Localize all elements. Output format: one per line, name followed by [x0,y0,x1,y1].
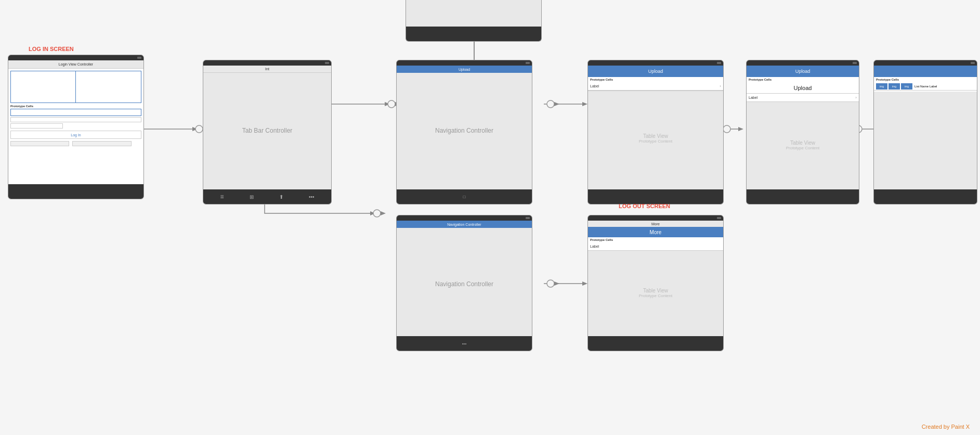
more-cell-label: Label [590,245,599,248]
partial-device-top [406,0,542,42]
tvc-prototype-label: Prototype Cells [874,77,977,82]
svg-marker-11 [582,282,587,286]
login-tab-bar [8,184,143,199]
tvc-list-name-label: List Name Label [914,85,937,88]
svg-marker-1 [192,127,198,131]
nav-bottom-tab-bar: ••• [397,336,532,351]
upload-nav-bar: Upload [588,66,723,77]
svg-point-18 [547,280,554,287]
svg-marker-22 [554,282,559,286]
tabbar-tab-bar: ≡ ⊞ ⬆ ••• [203,189,331,204]
int-label: Int [265,67,269,71]
more-tab-bar [588,336,723,351]
status-dots-2 [325,62,329,64]
more-table-view: Table View Prototype Content [588,251,723,335]
upload-detail-title: Upload [794,85,812,91]
table-view-content-frame: Prototype Cells img img img List Name La… [873,60,977,204]
more-table-view-text: Table View Prototype Content [639,288,672,298]
upload-prototype-label: Prototype Cells [588,77,723,82]
login-prototype-label: Prototype Cells [10,105,141,108]
nav-top-title: Upload [459,68,470,71]
upload-detail-table-text: Table View Prototype Content [786,140,819,150]
logout-screen-label: LOG OUT SCREEN [619,203,670,209]
nav-top-status-bar [397,60,532,66]
svg-marker-20 [554,102,559,106]
svg-marker-5 [582,102,587,106]
upload-status-bar [588,60,723,66]
upload-table-view-text: Table View Prototype Content [639,133,672,144]
more-prototype-label: Prototype Cells [588,237,723,242]
upload-detail-cell-chevron: › [855,95,857,100]
nav-controller-top-label: Navigation Controller [435,127,493,135]
status-dots-3 [526,62,530,64]
svg-point-14 [547,100,554,108]
upload-detail-status-bar [747,60,859,66]
more-nav-bar: More [588,227,723,237]
login-controller-title: Login View Controller [59,62,93,66]
more-cell-row: Label [588,242,723,251]
svg-marker-7 [738,127,743,131]
nav-bottom-nav-title: Navigation Controller [447,223,481,226]
upload-detail-nav-bar: Upload [747,66,859,77]
upload-screen-frame: Upload Prototype Cells Label › Table Vie… [587,60,724,204]
nav-bottom-status-bar [397,215,532,221]
upload-tab-icon[interactable]: ⬆ [279,194,283,200]
more-tab-icon[interactable]: ••• [309,194,315,200]
status-dots-7 [526,217,530,219]
upload-detail-cell-label: Label [749,96,757,99]
status-dots-8 [717,217,721,219]
svg-marker-3 [385,102,390,106]
more-title: More [650,229,662,235]
tabbar-status-bar [203,60,331,66]
upload-detail-prototype-label: Prototype Cells [747,77,859,82]
grid-tab-icon[interactable]: ⊞ [250,194,254,200]
more-screen-frame: More More Prototype Cells Label Table Vi… [587,215,724,351]
upload-cell-label: Label [590,84,599,88]
nav-bottom-tab-icon: ••• [462,341,466,346]
upload-nav-title: Upload [648,69,663,74]
upload-detail-nav-title: Upload [795,69,811,74]
status-dots-5 [853,62,857,64]
more-nav-title-bar: More [651,222,660,226]
login-screen-label: LOG IN SCREEN [29,46,74,52]
login-status-bar [8,55,143,60]
watermark: Created by Paint X [922,424,970,430]
upload-detail-tab-bar [747,189,859,204]
tabbar-device-frame: Int Tab Bar Controller ≡ ⊞ ⬆ ••• [203,60,332,204]
tvc-nav-bar [874,66,977,77]
list-tab-icon[interactable]: ≡ [220,193,224,200]
upload-tab-bar [588,189,723,204]
svg-point-15 [723,125,730,133]
login-device-frame: Login View Controller Prototype Cells Lo… [8,55,144,199]
tvc-status-bar [874,60,977,66]
upload-table-view: Table View Prototype Content [588,91,723,185]
upload-cell-row: Label › [588,82,723,91]
svg-point-13 [388,100,395,108]
upload-detail-frame: Upload Prototype Cells Upload Label › Ta… [746,60,859,204]
status-dots-6 [971,62,975,64]
canvas: LOG IN SCREEN Login View Controller Prot… [0,0,980,435]
svg-marker-21 [381,211,386,215]
upload-detail-cell-row: Label › [747,94,859,102]
status-dots-4 [717,62,721,64]
svg-point-12 [195,125,203,133]
more-status-bar [588,215,723,221]
upload-detail-table-view: Table View Prototype Content [747,102,859,188]
nav-controller-top-frame: Upload Navigation Controller □ [396,60,532,204]
nav-controller-bottom-frame: Navigation Controller Navigation Control… [396,215,532,351]
nav-controller-bottom-label: Navigation Controller [435,280,493,289]
tvc-tab-bar [874,189,977,204]
nav-top-tab-bar: □ [397,189,532,204]
nav-top-tab-icon: □ [463,195,466,199]
login-button[interactable]: Log In [71,133,81,137]
upload-cell-chevron: › [720,84,721,88]
tabbar-controller-label: Tab Bar Controller [242,127,293,135]
status-dots [137,57,141,59]
svg-point-17 [373,210,381,217]
svg-marker-9 [370,211,375,215]
